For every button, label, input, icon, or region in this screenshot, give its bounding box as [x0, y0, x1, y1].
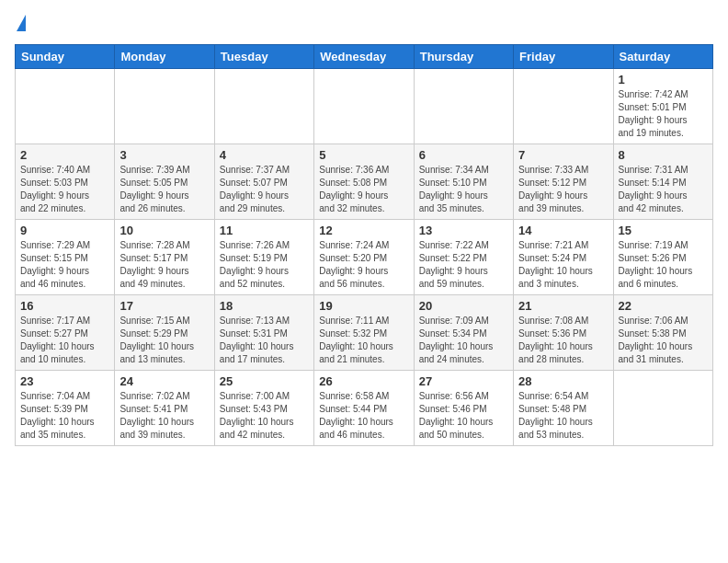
calendar-header-monday: Monday [115, 45, 214, 69]
day-info: Sunrise: 7:42 AM Sunset: 5:01 PM Dayligh… [619, 88, 708, 140]
day-info: Sunrise: 7:15 AM Sunset: 5:29 PM Dayligh… [119, 315, 209, 366]
calendar-header-tuesday: Tuesday [214, 45, 313, 69]
day-info: Sunrise: 7:34 AM Sunset: 5:10 PM Dayligh… [419, 164, 508, 215]
calendar-week-row: 2Sunrise: 7:40 AM Sunset: 5:03 PM Daylig… [16, 144, 713, 220]
day-info: Sunrise: 7:31 AM Sunset: 5:14 PM Dayligh… [619, 164, 708, 215]
day-info: Sunrise: 7:00 AM Sunset: 5:43 PM Dayligh… [220, 390, 309, 442]
calendar-cell: 4Sunrise: 7:37 AM Sunset: 5:07 PM Daylig… [214, 144, 313, 220]
day-number: 8 [619, 148, 708, 162]
calendar-cell: 18Sunrise: 7:13 AM Sunset: 5:31 PM Dayli… [214, 295, 313, 371]
day-number: 22 [619, 299, 708, 313]
day-number: 3 [119, 148, 209, 162]
day-info: Sunrise: 7:17 AM Sunset: 5:27 PM Dayligh… [20, 315, 109, 366]
day-info: Sunrise: 7:19 AM Sunset: 5:26 PM Dayligh… [619, 239, 708, 291]
calendar-cell: 19Sunrise: 7:11 AM Sunset: 5:32 PM Dayli… [314, 295, 414, 371]
calendar-cell: 16Sunrise: 7:17 AM Sunset: 5:27 PM Dayli… [16, 295, 115, 371]
day-number: 4 [220, 148, 309, 162]
calendar-cell: 2Sunrise: 7:40 AM Sunset: 5:03 PM Daylig… [16, 144, 115, 220]
calendar-cell: 11Sunrise: 7:26 AM Sunset: 5:19 PM Dayli… [214, 220, 313, 295]
day-info: Sunrise: 7:26 AM Sunset: 5:19 PM Dayligh… [220, 239, 309, 291]
day-info: Sunrise: 7:29 AM Sunset: 5:15 PM Dayligh… [20, 239, 109, 291]
day-info: Sunrise: 6:56 AM Sunset: 5:46 PM Dayligh… [419, 390, 508, 442]
calendar-cell: 3Sunrise: 7:39 AM Sunset: 5:05 PM Daylig… [115, 144, 214, 220]
logo [15, 15, 26, 33]
calendar-cell: 22Sunrise: 7:06 AM Sunset: 5:38 PM Dayli… [613, 295, 712, 371]
day-number: 25 [220, 374, 309, 388]
day-number: 23 [20, 374, 109, 388]
day-number: 26 [319, 374, 408, 388]
calendar-cell: 7Sunrise: 7:33 AM Sunset: 5:12 PM Daylig… [514, 144, 613, 220]
calendar-cell [414, 69, 513, 144]
day-info: Sunrise: 7:04 AM Sunset: 5:39 PM Dayligh… [20, 390, 109, 442]
day-number: 9 [20, 224, 109, 237]
calendar-week-row: 9Sunrise: 7:29 AM Sunset: 5:15 PM Daylig… [16, 220, 713, 295]
calendar-cell: 14Sunrise: 7:21 AM Sunset: 5:24 PM Dayli… [514, 220, 613, 295]
day-number: 7 [518, 148, 608, 162]
day-info: Sunrise: 7:09 AM Sunset: 5:34 PM Dayligh… [419, 315, 508, 366]
day-number: 16 [20, 299, 109, 313]
day-info: Sunrise: 7:28 AM Sunset: 5:17 PM Dayligh… [119, 239, 209, 291]
calendar-cell: 23Sunrise: 7:04 AM Sunset: 5:39 PM Dayli… [16, 371, 115, 446]
day-number: 27 [419, 374, 508, 388]
calendar-week-row: 16Sunrise: 7:17 AM Sunset: 5:27 PM Dayli… [16, 295, 713, 371]
day-number: 28 [518, 374, 608, 388]
day-info: Sunrise: 6:58 AM Sunset: 5:44 PM Dayligh… [319, 390, 408, 442]
day-number: 21 [518, 299, 608, 313]
calendar-week-row: 23Sunrise: 7:04 AM Sunset: 5:39 PM Dayli… [16, 371, 713, 446]
day-number: 5 [319, 148, 408, 162]
calendar-cell: 21Sunrise: 7:08 AM Sunset: 5:36 PM Dayli… [514, 295, 613, 371]
day-number: 14 [518, 224, 608, 237]
calendar-cell: 13Sunrise: 7:22 AM Sunset: 5:22 PM Dayli… [414, 220, 513, 295]
calendar-cell: 20Sunrise: 7:09 AM Sunset: 5:34 PM Dayli… [414, 295, 513, 371]
day-number: 12 [319, 224, 408, 237]
day-number: 10 [119, 224, 209, 237]
calendar-cell: 1Sunrise: 7:42 AM Sunset: 5:01 PM Daylig… [613, 69, 712, 144]
day-info: Sunrise: 6:54 AM Sunset: 5:48 PM Dayligh… [518, 390, 608, 442]
calendar-cell: 9Sunrise: 7:29 AM Sunset: 5:15 PM Daylig… [16, 220, 115, 295]
calendar-header-row: SundayMondayTuesdayWednesdayThursdayFrid… [16, 45, 713, 69]
calendar-header-saturday: Saturday [613, 45, 712, 69]
calendar-cell: 5Sunrise: 7:36 AM Sunset: 5:08 PM Daylig… [314, 144, 414, 220]
calendar-cell: 26Sunrise: 6:58 AM Sunset: 5:44 PM Dayli… [314, 371, 414, 446]
calendar-cell: 10Sunrise: 7:28 AM Sunset: 5:17 PM Dayli… [115, 220, 214, 295]
day-info: Sunrise: 7:24 AM Sunset: 5:20 PM Dayligh… [319, 239, 408, 291]
day-info: Sunrise: 7:11 AM Sunset: 5:32 PM Dayligh… [319, 315, 408, 366]
day-number: 17 [119, 299, 209, 313]
calendar-cell: 27Sunrise: 6:56 AM Sunset: 5:46 PM Dayli… [414, 371, 513, 446]
calendar-cell [613, 371, 712, 446]
day-info: Sunrise: 7:13 AM Sunset: 5:31 PM Dayligh… [220, 315, 309, 366]
logo-triangle-icon [17, 15, 26, 31]
day-number: 20 [419, 299, 508, 313]
calendar-header-thursday: Thursday [414, 45, 513, 69]
day-info: Sunrise: 7:06 AM Sunset: 5:38 PM Dayligh… [619, 315, 708, 366]
calendar-cell [115, 69, 214, 144]
day-info: Sunrise: 7:02 AM Sunset: 5:41 PM Dayligh… [119, 390, 209, 442]
day-number: 24 [119, 374, 209, 388]
calendar-cell: 25Sunrise: 7:00 AM Sunset: 5:43 PM Dayli… [214, 371, 313, 446]
day-info: Sunrise: 7:37 AM Sunset: 5:07 PM Dayligh… [220, 164, 309, 215]
day-number: 13 [419, 224, 508, 237]
calendar-cell: 15Sunrise: 7:19 AM Sunset: 5:26 PM Dayli… [613, 220, 712, 295]
calendar-header-sunday: Sunday [16, 45, 115, 69]
calendar-table: SundayMondayTuesdayWednesdayThursdayFrid… [15, 44, 713, 446]
calendar-cell: 12Sunrise: 7:24 AM Sunset: 5:20 PM Dayli… [314, 220, 414, 295]
day-number: 19 [319, 299, 408, 313]
calendar-cell: 24Sunrise: 7:02 AM Sunset: 5:41 PM Dayli… [115, 371, 214, 446]
calendar-header-friday: Friday [514, 45, 613, 69]
day-number: 1 [619, 73, 708, 86]
day-info: Sunrise: 7:21 AM Sunset: 5:24 PM Dayligh… [518, 239, 608, 291]
day-info: Sunrise: 7:33 AM Sunset: 5:12 PM Dayligh… [518, 164, 608, 215]
day-info: Sunrise: 7:22 AM Sunset: 5:22 PM Dayligh… [419, 239, 508, 291]
calendar-cell [214, 69, 313, 144]
calendar-cell: 6Sunrise: 7:34 AM Sunset: 5:10 PM Daylig… [414, 144, 513, 220]
day-number: 6 [419, 148, 508, 162]
calendar-cell [16, 69, 115, 144]
calendar-cell: 8Sunrise: 7:31 AM Sunset: 5:14 PM Daylig… [613, 144, 712, 220]
calendar-cell: 17Sunrise: 7:15 AM Sunset: 5:29 PM Dayli… [115, 295, 214, 371]
day-info: Sunrise: 7:36 AM Sunset: 5:08 PM Dayligh… [319, 164, 408, 215]
day-info: Sunrise: 7:39 AM Sunset: 5:05 PM Dayligh… [119, 164, 209, 215]
day-number: 11 [220, 224, 309, 237]
day-info: Sunrise: 7:08 AM Sunset: 5:36 PM Dayligh… [518, 315, 608, 366]
calendar-cell [314, 69, 414, 144]
day-number: 15 [619, 224, 708, 237]
